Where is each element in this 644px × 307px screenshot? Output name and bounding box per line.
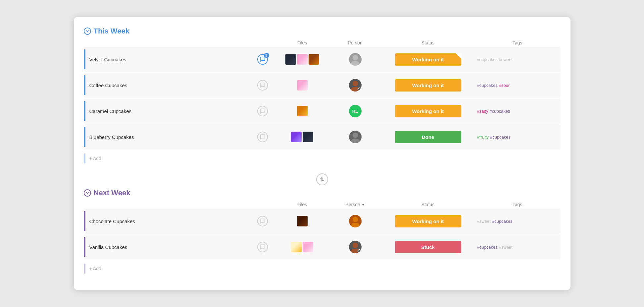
chat-badge: 3 [264, 53, 269, 58]
status-cell[interactable]: Working on it [382, 53, 474, 66]
this-week-section: This Week Files Person Status Tags Velve… [84, 27, 561, 167]
file-thumb [297, 54, 308, 65]
tag[interactable]: #sweet [499, 245, 513, 250]
task-name-cell: Blueberry Cupcakes [84, 124, 249, 150]
this-week-header: This Week [84, 27, 561, 35]
chat-icon[interactable] [257, 132, 268, 142]
col-person: Person ▼ [329, 202, 382, 207]
tag[interactable]: #cupcakes [490, 135, 511, 140]
person-header-cell[interactable]: Person ▼ [329, 202, 382, 207]
add-row-this-week[interactable]: + Add [84, 150, 561, 167]
svg-point-8 [353, 243, 358, 248]
tag[interactable]: #cupcakes [477, 245, 498, 250]
col-chat [249, 202, 276, 207]
status-badge[interactable]: Working on it [395, 53, 461, 66]
person-dropdown-arrow[interactable]: ▼ [362, 203, 365, 207]
status-cell[interactable]: Working on it [382, 105, 474, 117]
sort-icon[interactable]: ⇅ [316, 173, 328, 185]
status-badge[interactable]: Stuck [395, 241, 461, 253]
svg-point-6 [353, 217, 358, 222]
person-cell [329, 53, 382, 66]
svg-point-7 [351, 223, 360, 227]
add-label[interactable]: + Add [89, 156, 101, 161]
chat-icon[interactable]: 3 [257, 54, 268, 65]
file-thumb [291, 132, 302, 142]
status-cell[interactable]: Working on it [382, 79, 474, 92]
svg-point-2 [353, 81, 358, 86]
add-color-bar [84, 154, 85, 163]
col-tags: Tags [474, 202, 561, 207]
task-color-bar [84, 127, 85, 147]
files-cell [276, 132, 329, 142]
task-color-bar [84, 101, 85, 121]
section-divider: ⇅ [84, 173, 561, 185]
table-row: Coffee Cupcakes Working on it #cupca [84, 73, 561, 98]
task-color-bar [84, 211, 85, 231]
avatar [349, 215, 362, 227]
col-status: Status [382, 202, 474, 207]
tag[interactable]: #cupcakes [477, 57, 498, 62]
chat-cell[interactable] [249, 106, 276, 116]
file-thumb [309, 54, 319, 65]
chat-cell[interactable] [249, 132, 276, 142]
table-row: Caramel Cupcakes RL Working on it #salty… [84, 98, 561, 124]
chat-cell[interactable]: 3 [249, 54, 276, 65]
tags-cell: #salty #cupcakes [474, 109, 561, 114]
tag[interactable]: #sweet [499, 57, 513, 62]
status-cell[interactable]: Stuck [382, 241, 474, 253]
chat-icon[interactable] [257, 80, 268, 91]
col-name [114, 202, 249, 207]
chat-cell[interactable] [249, 80, 276, 91]
chat-icon[interactable] [257, 216, 268, 226]
task-name: Vanilla Cupcakes [89, 244, 127, 250]
person-cell [329, 215, 382, 227]
chat-icon[interactable] [257, 106, 268, 116]
next-week-col-headers: Files Person ▼ Status Tags [84, 201, 561, 209]
task-color-bar [84, 75, 85, 95]
status-badge[interactable]: Done [395, 131, 461, 143]
status-badge[interactable]: Working on it [395, 105, 461, 117]
task-name: Chocolate Cupcakes [89, 218, 135, 224]
tag[interactable]: #sour [499, 83, 510, 88]
avatar [349, 131, 362, 143]
tag[interactable]: #cupcakes [477, 83, 498, 88]
chat-cell[interactable] [249, 216, 276, 226]
tag[interactable]: #fruity [477, 135, 489, 140]
task-name-cell: Chocolate Cupcakes [84, 209, 249, 234]
task-name: Blueberry Cupcakes [89, 134, 134, 140]
task-name: Caramel Cupcakes [89, 108, 132, 114]
tags-cell: #fruity #cupcakes [474, 135, 561, 140]
this-week-collapse-btn[interactable] [84, 28, 91, 35]
file-thumb [303, 132, 313, 142]
add-row-next-week[interactable]: + Add [84, 260, 561, 277]
avatar: RL [349, 105, 362, 117]
tag[interactable]: #salty [477, 109, 488, 114]
svg-point-4 [353, 133, 358, 138]
tags-cell: #cupcakes #sour [474, 83, 561, 88]
this-week-col-headers: Files Person Status Tags [84, 39, 561, 47]
files-cell [276, 216, 329, 226]
file-thumb [303, 242, 313, 252]
col-files: Files [276, 40, 329, 45]
tag[interactable]: #cupcakes [489, 109, 510, 114]
tag[interactable]: #cupcakes [492, 219, 513, 224]
add-label[interactable]: + Add [89, 266, 101, 271]
person-cell [329, 131, 382, 143]
add-color-bar [84, 264, 85, 274]
status-badge[interactable]: Working on it [395, 215, 461, 227]
tag[interactable]: #sweet [477, 219, 491, 224]
task-name-cell: Vanilla Cupcakes [84, 234, 249, 260]
task-name-cell: Velvet Cupcakes [84, 47, 249, 72]
status-badge[interactable]: Working on it [395, 79, 461, 92]
svg-point-1 [351, 61, 360, 66]
task-name-cell: Coffee Cupcakes [84, 73, 249, 98]
status-cell[interactable]: Done [382, 131, 474, 143]
next-week-collapse-btn[interactable] [84, 189, 91, 197]
this-week-title: This Week [94, 27, 129, 35]
chat-cell[interactable] [249, 242, 276, 252]
chat-icon[interactable] [257, 242, 268, 252]
col-files: Files [276, 202, 329, 207]
status-cell[interactable]: Working on it [382, 215, 474, 227]
avatar [349, 241, 362, 253]
col-status: Status [382, 40, 474, 45]
